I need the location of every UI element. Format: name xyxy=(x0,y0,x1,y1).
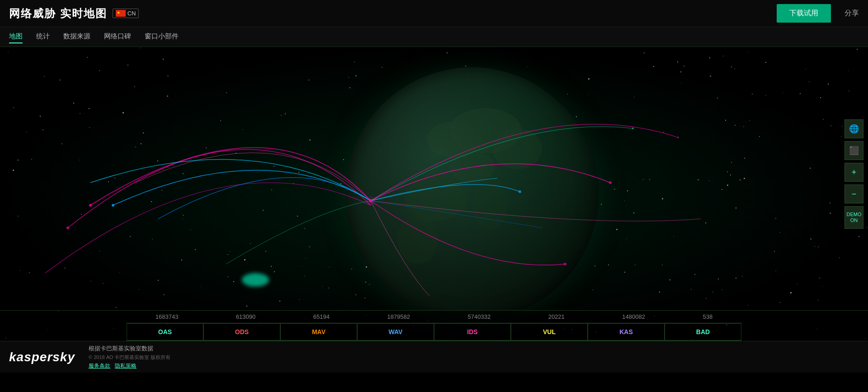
share-button[interactable]: 分享 xyxy=(844,9,859,18)
privacy-link[interactable]: 隐私策略 xyxy=(115,362,137,370)
svg-point-6 xyxy=(492,128,542,169)
stat-num-vul: 20221 xyxy=(548,313,565,320)
nav-item-stats[interactable]: 统计 xyxy=(36,30,50,43)
flat-view-button[interactable]: ⬛ xyxy=(844,141,863,160)
svg-point-14 xyxy=(89,204,92,207)
download-button[interactable]: 下载试用 xyxy=(777,4,831,23)
stat-num-wav: 1879582 xyxy=(387,313,410,320)
footer-description: 根据卡巴斯基实验室数据 xyxy=(89,345,170,353)
header-left: 网络威胁 实时地图 CN xyxy=(9,6,139,21)
stat-num-bad: 538 xyxy=(703,313,712,320)
zoom-out-button[interactable]: − xyxy=(844,184,863,203)
stat-num-ids: 5740332 xyxy=(468,313,491,320)
category-vul[interactable]: VUL xyxy=(511,323,588,340)
category-kas[interactable]: KAS xyxy=(588,323,665,340)
stat-num-mav: 65194 xyxy=(313,313,330,320)
stats-categories: OAS ODS MAV WAV IDS VUL KAS BAD xyxy=(127,323,741,341)
header: 网络威胁 实时地图 CN 下载试用 分享 xyxy=(0,0,868,27)
nav-links: 地图 统计 数据来源 网络口碑 窗口小部件 xyxy=(9,30,179,43)
lang-code: CN xyxy=(127,10,136,17)
page-title: 网络威胁 实时地图 xyxy=(9,6,107,21)
category-ids[interactable]: IDS xyxy=(434,323,511,340)
stat-num-oas: 1683743 xyxy=(156,313,179,320)
category-ods[interactable]: ODS xyxy=(203,323,280,340)
anomaly-marker xyxy=(242,273,269,287)
globe-container xyxy=(345,67,599,321)
kaspersky-logo: kaspersky xyxy=(9,350,75,364)
lang-selector[interactable]: CN xyxy=(113,9,139,18)
main-nav: 地图 统计 数据来源 网络口碑 窗口小部件 xyxy=(0,27,868,47)
footer-copyright: © 2018 АО 卡巴斯基实验室 版权所有 xyxy=(89,354,170,361)
svg-point-20 xyxy=(677,137,679,138)
nav-item-map[interactable]: 地图 xyxy=(9,30,23,43)
footer: kaspersky 根据卡巴斯基实验室数据 © 2018 АО 卡巴斯基实验室 … xyxy=(0,341,868,373)
category-mav[interactable]: MAV xyxy=(280,323,357,340)
footer-text: 根据卡巴斯基实验室数据 © 2018 АО 卡巴斯基实验室 版权所有 服务条款 … xyxy=(89,345,170,370)
stat-num-ods: 613090 xyxy=(236,313,255,320)
category-bad[interactable]: BAD xyxy=(665,323,741,340)
stats-numbers: 1683743 613090 65194 1879582 5740332 202… xyxy=(0,310,868,323)
nav-item-datasource[interactable]: 数据来源 xyxy=(63,30,90,43)
svg-point-15 xyxy=(66,227,69,229)
demo-toggle-button[interactable]: DEMOON xyxy=(844,206,863,229)
svg-point-18 xyxy=(112,204,114,207)
svg-point-16 xyxy=(609,181,612,184)
globe xyxy=(345,67,599,321)
right-controls: 🌐 ⬛ + − DEMOON xyxy=(844,119,863,229)
map-area: 🌐 ⬛ + − DEMOON 1683743 613090 65194 1879… xyxy=(0,47,868,341)
flag-icon xyxy=(116,10,126,17)
globe-view-button[interactable]: 🌐 xyxy=(844,119,863,138)
stat-num-kas: 1480082 xyxy=(622,313,645,320)
nav-item-reputation[interactable]: 网络口碑 xyxy=(104,30,131,43)
category-oas[interactable]: OAS xyxy=(127,323,203,340)
svg-point-4 xyxy=(472,176,508,230)
svg-point-21 xyxy=(632,128,634,129)
zoom-in-button[interactable]: + xyxy=(844,163,863,182)
globe-continents xyxy=(345,67,599,321)
footer-links: 服务条款 隐私策略 xyxy=(89,362,170,370)
stats-bar: 1683743 613090 65194 1879582 5740332 202… xyxy=(0,310,868,341)
svg-point-3 xyxy=(404,176,467,221)
category-wav[interactable]: WAV xyxy=(357,323,434,340)
svg-point-5 xyxy=(397,214,438,264)
nav-item-widget[interactable]: 窗口小部件 xyxy=(145,30,179,43)
terms-link[interactable]: 服务条款 xyxy=(89,362,110,370)
